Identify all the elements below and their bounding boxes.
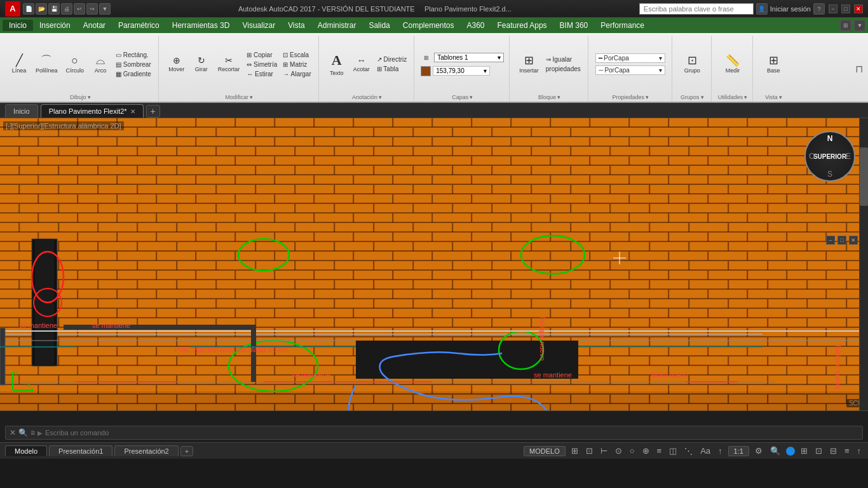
tab-plano[interactable]: Plano Pavimento Flexit2* ✕ [41,104,144,118]
cmd-scrollbar[interactable] [853,426,858,439]
line-btn[interactable]: ╱ Línea [8,53,31,76]
menu-performance[interactable]: Performance [594,20,651,31]
polyline-btn[interactable]: ⌒ Polilínea [32,53,61,76]
measure-btn[interactable]: 📏 Medir [721,53,744,76]
anotacion-dropdown-icon[interactable]: ▾ [379,94,382,100]
save-icon[interactable]: 💾 [48,3,60,15]
menu-insercion[interactable]: Inserción [33,20,77,31]
menu-a360[interactable]: A360 [461,20,491,31]
menu-anotar[interactable]: Anotar [77,20,112,31]
scale-btn[interactable]: 1:1 [728,446,749,456]
print-icon[interactable]: 🖨 [61,3,72,15]
tab-close-icon[interactable]: ✕ [130,108,135,115]
menu-herramientas3d[interactable]: Herramientas 3D [166,20,236,31]
menu-salida[interactable]: Salida [362,20,396,31]
anno2-icon[interactable]: ↑ [716,446,724,456]
menu-featured[interactable]: Featured Apps [491,20,553,31]
tab-inicio[interactable]: Inicio [5,104,38,118]
rotate-btn[interactable]: ↻Girar [190,54,213,74]
status-icon-c[interactable]: ⊟ [828,446,839,456]
undo-icon[interactable]: ↩ [74,3,85,15]
help-icon[interactable]: ? [813,3,825,15]
menu-bim360[interactable]: BIM 360 [553,20,595,31]
dropdown-icon[interactable]: ▼ [99,3,111,15]
isnap-icon[interactable]: ○ [628,446,637,456]
menu-administrar[interactable]: Administrar [311,20,363,31]
layers-btn[interactable]: ⊞ [421,53,432,63]
select-icon[interactable]: ⋱ [682,446,695,456]
text-btn[interactable]: A Texto [325,50,348,78]
minimize-btn[interactable]: − [829,4,837,13]
open-icon[interactable]: 📂 [36,3,47,15]
status-tab-presentacion1[interactable]: Presentación1 [49,445,112,456]
group-btn[interactable]: ⊡ Grupo [681,53,703,76]
grupos-dropdown-icon[interactable]: ▾ [701,94,704,100]
hatch-btn[interactable]: ▤ Sombrear [114,60,153,69]
3d-icon[interactable]: ⊕ [641,446,651,456]
signin-btn[interactable]: Iniciar sesión [770,5,811,13]
settings-icon[interactable]: ⚙ [753,446,764,456]
ortho-icon[interactable]: ⊢ [599,446,609,456]
base-btn[interactable]: ⊞ Base [762,53,785,76]
user-icon[interactable]: 👤 [756,3,768,15]
mirror-btn[interactable]: ⇔ Simetría [245,60,279,69]
menu-complementos[interactable]: Complementos [397,20,461,31]
vscroll-thumb[interactable] [860,147,868,206]
cmd-icon-x[interactable]: ✕ [10,428,16,437]
status-icon-b[interactable]: ⊡ [813,446,824,456]
search-input[interactable] [639,3,754,15]
linetype2-row[interactable]: ─ PorCapa ▾ [595,65,665,75]
insert-btn[interactable]: ⊞ Insertar [516,53,542,76]
rectangle-btn[interactable]: ▭ Rectáng. [114,51,153,59]
arrow-up-icon[interactable]: ↑ [855,446,864,456]
subview-maximize-btn[interactable]: □ [837,236,846,245]
status-icon-a[interactable]: ⊞ [799,446,810,456]
stretch-btn[interactable]: ↔ Estirar [245,70,279,78]
menu-parametrico[interactable]: Paramétrico [112,20,166,31]
ribbon-collapse-btn[interactable]: ⊓ [853,36,865,102]
status-icon-d[interactable]: ≡ [843,446,851,456]
cmd-icon-search[interactable]: 🔍 [18,428,28,437]
ribbon-toggle-icon[interactable]: ⊞ [840,20,851,31]
polar-icon[interactable]: ⊙ [613,446,624,456]
zoom-icon[interactable]: 🔍 [768,446,782,456]
propiedades-dropdown-icon[interactable]: ▾ [646,94,649,100]
linetype1-row[interactable]: ━ PorCapa ▾ [595,53,665,63]
leader-btn[interactable]: ↗ Directriz [375,55,409,64]
circle-btn[interactable]: ○ Círculo [63,53,88,76]
lineweight-icon[interactable]: ≡ [655,446,664,456]
new-tab-btn[interactable]: + [146,105,160,118]
transparency-icon[interactable]: ◫ [667,446,679,456]
subview-minimize-btn[interactable]: − [826,236,835,245]
status-tab-modelo[interactable]: Modelo [5,445,47,456]
status-new-tab-btn[interactable]: + [180,446,193,456]
close-btn[interactable]: ✕ [854,4,863,13]
dimension-btn[interactable]: ↔ Acotar [350,54,373,74]
modelo-btn[interactable]: MODELO [524,446,566,456]
gradient-btn[interactable]: ▦ Gradiente [114,70,153,78]
copy-btn[interactable]: ⊞ Copiar [245,51,279,59]
new-icon[interactable]: 📄 [23,3,34,15]
cmd-icon-list[interactable]: ≡ [31,428,35,437]
subview-close-btn[interactable]: ✕ [849,236,858,245]
command-input[interactable] [45,429,851,437]
menu-inicio[interactable]: Inicio [3,20,33,31]
vertical-scrollbar[interactable] [859,118,868,410]
snap-icon[interactable]: ⊡ [584,446,595,456]
annotate-icon[interactable]: Aa [698,446,712,456]
color-input[interactable]: 153,79,30 ▾ [433,66,490,76]
modificar-dropdown-icon[interactable]: ▾ [250,94,253,100]
bloque-dropdown-icon[interactable]: ▾ [557,94,560,100]
move-btn[interactable]: ⊕Mover [165,54,188,74]
utilidades-dropdown-icon[interactable]: ▾ [744,94,747,100]
menu-visualizar[interactable]: Visualizar [236,20,281,31]
menu-vista[interactable]: Vista [281,20,311,31]
status-tab-presentacion2[interactable]: Presentación2 [114,445,178,456]
menu-dropdown-icon[interactable]: ▼ [854,20,865,31]
trim-btn[interactable]: ✂Recortar [215,54,243,74]
viewport[interactable]: se mantiene se mantiene Proy. viga Metál… [0,118,868,410]
maximize-btn[interactable]: □ [841,4,850,13]
table-btn[interactable]: ⊞ Tabla [375,65,409,73]
layer-dropdown[interactable]: Tablones 1 ▾ [434,53,504,62]
redo-icon[interactable]: ↪ [86,3,98,15]
